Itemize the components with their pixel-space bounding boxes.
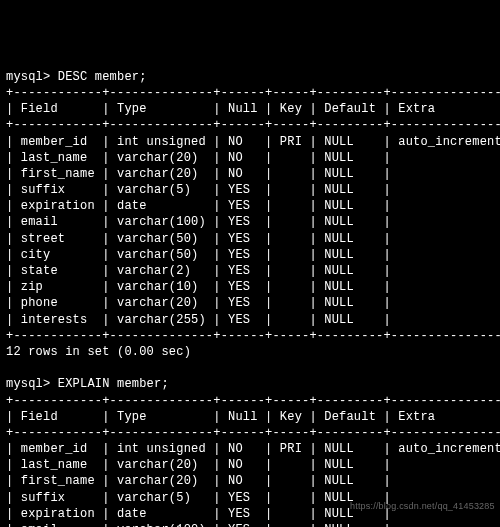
terminal-output: mysql> DESC member; +------------+------… <box>6 69 494 527</box>
watermark: https://blog.csdn.net/qq_41453285 <box>350 500 495 512</box>
